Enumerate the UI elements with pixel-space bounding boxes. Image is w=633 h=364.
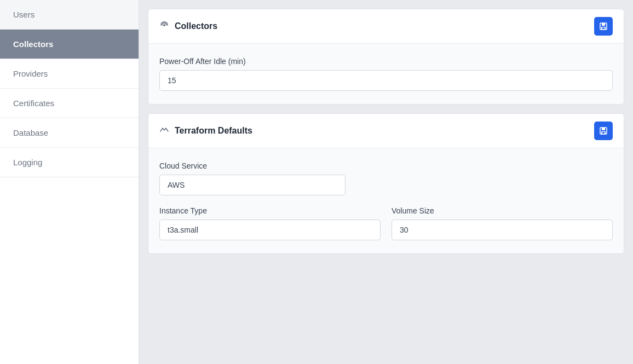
terraform-header-left: Terraform Defaults	[159, 125, 252, 137]
sidebar-item-logging[interactable]: Logging	[0, 148, 139, 177]
sidebar-item-label: Users	[13, 10, 34, 19]
instance-type-label: Instance Type	[159, 206, 381, 215]
instance-type-input[interactable]	[159, 219, 381, 240]
svg-rect-4	[602, 27, 605, 29]
cloud-service-group: Cloud Service	[159, 161, 613, 195]
sidebar-item-database[interactable]: Database	[0, 118, 139, 148]
terraform-save-button[interactable]	[594, 122, 613, 140]
sidebar-item-label: Logging	[13, 158, 42, 167]
collectors-card-header: Collectors	[148, 9, 624, 44]
collectors-icon	[159, 20, 169, 32]
collectors-card: Collectors Power-Off After Idle (min)	[148, 9, 624, 105]
svg-point-0	[163, 24, 165, 26]
sidebar-item-label: Providers	[13, 69, 48, 78]
collectors-card-body: Power-Off After Idle (min)	[148, 44, 624, 104]
collectors-card-title: Collectors	[175, 21, 217, 31]
instance-type-group: Instance Type	[159, 206, 381, 240]
instance-volume-row: Instance Type Volume Size	[159, 206, 613, 240]
sidebar-item-providers[interactable]: Providers	[0, 59, 139, 89]
main-content: Collectors Power-Off After Idle (min)	[139, 0, 633, 364]
volume-size-label: Volume Size	[392, 206, 613, 215]
volume-size-col: Volume Size	[392, 206, 613, 240]
terraform-card-title: Terraform Defaults	[175, 126, 252, 136]
svg-rect-8	[602, 132, 605, 134]
volume-size-group: Volume Size	[392, 206, 613, 240]
volume-size-input[interactable]	[392, 219, 613, 240]
power-off-idle-label: Power-Off After Idle (min)	[159, 57, 613, 66]
power-off-idle-group: Power-Off After Idle (min)	[159, 57, 613, 91]
instance-type-col: Instance Type	[159, 206, 381, 240]
sidebar-item-users[interactable]: Users	[0, 0, 139, 30]
sidebar-item-label: Database	[13, 128, 48, 137]
collectors-header-left: Collectors	[159, 20, 217, 32]
svg-rect-2	[602, 23, 605, 26]
cloud-service-input[interactable]	[159, 175, 346, 195]
power-off-idle-input[interactable]	[159, 70, 613, 91]
sidebar-item-certificates[interactable]: Certificates	[0, 89, 139, 118]
sidebar-item-collectors[interactable]: Collectors	[0, 30, 139, 59]
sidebar-item-label: Collectors	[13, 39, 53, 49]
cloud-service-label: Cloud Service	[159, 161, 613, 170]
terraform-icon	[159, 125, 169, 137]
collectors-save-button[interactable]	[594, 17, 613, 36]
terraform-card: Terraform Defaults Cloud Service Inst	[148, 113, 624, 254]
terraform-card-header: Terraform Defaults	[148, 114, 624, 148]
svg-rect-6	[602, 128, 605, 130]
sidebar-item-label: Certificates	[13, 99, 54, 108]
terraform-card-body: Cloud Service Instance Type Volume Size	[148, 148, 624, 253]
sidebar: Users Collectors Providers Certificates …	[0, 0, 139, 364]
